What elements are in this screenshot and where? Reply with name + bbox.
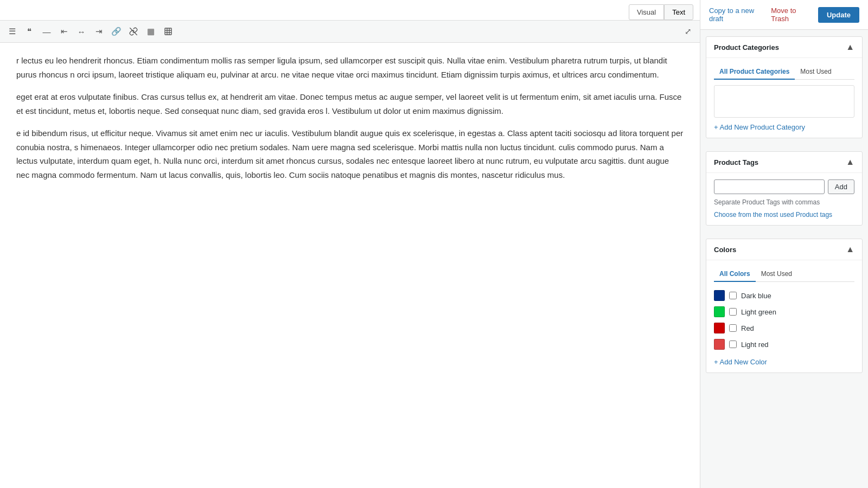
color-label-2: Red	[741, 324, 754, 332]
colors-body: All Colors Most Used Dark blue Light gre…	[706, 260, 862, 373]
copy-draft-link[interactable]: Copy to a new draft	[709, 7, 764, 23]
color-checkbox-0[interactable]	[729, 292, 737, 299]
product-categories-body: All Product Categories Most Used + Add N…	[706, 58, 862, 138]
product-tags-body: Add Separate Product Tags with commas Ch…	[706, 173, 862, 225]
content-paragraph-2: eget erat at eros vulputate finibus. Cra…	[16, 90, 684, 118]
move-trash-link[interactable]: Move to Trash	[771, 7, 812, 23]
product-categories-tabs: All Product Categories Most Used	[714, 65, 854, 80]
color-swatch-0	[714, 290, 725, 301]
choose-tags-link[interactable]: Choose from the most used Product tags	[714, 211, 832, 219]
align-left-icon[interactable]: ⇤	[56, 24, 72, 39]
tab-all-colors[interactable]: All Colors	[714, 267, 756, 282]
link-icon[interactable]: 🔗	[108, 24, 124, 39]
product-categories-title: Product Categories	[714, 43, 779, 52]
product-categories-panel: Product Categories ▲ All Product Categor…	[706, 36, 863, 138]
colors-header: Colors ▲	[706, 239, 862, 260]
quote-icon[interactable]: ❝	[22, 24, 37, 39]
colors-tabs: All Colors Most Used	[714, 267, 854, 282]
color-checkbox-2[interactable]	[729, 324, 737, 332]
product-tags-header: Product Tags ▲	[706, 152, 862, 173]
svg-rect-1	[165, 28, 171, 35]
add-tag-button[interactable]: Add	[828, 179, 854, 194]
colors-title: Colors	[714, 246, 736, 254]
unlink-icon[interactable]	[126, 24, 141, 39]
sidebar-top: Copy to a new draft Move to Trash Update	[700, 0, 868, 30]
tab-most-used-colors[interactable]: Most Used	[756, 267, 797, 282]
content-paragraph-3: e id bibendum risus, ut efficitur neque.…	[16, 126, 684, 182]
expand-icon[interactable]: ⤢	[680, 24, 695, 39]
content-paragraph-1: r lectus eu leo hendrerit rhoncus. Etiam…	[16, 54, 684, 81]
block-icon[interactable]: ▦	[143, 24, 158, 39]
product-tags-panel: Product Tags ▲ Add Separate Product Tags…	[706, 151, 863, 226]
editor-tabs: Visual Text	[0, 0, 700, 21]
color-label-1: Light green	[741, 308, 776, 316]
color-swatch-3	[714, 339, 725, 350]
list-icon[interactable]: ☰	[4, 24, 20, 39]
editor-toolbar: ☰ ❝ — ⇤ ↔ ⇥ 🔗 ▦ ⤢	[0, 21, 700, 43]
categories-list	[714, 85, 854, 118]
color-label-3: Light red	[741, 341, 769, 349]
color-checkbox-1[interactable]	[729, 308, 737, 316]
align-center-icon[interactable]: ↔	[74, 24, 89, 39]
color-row: Light red	[714, 336, 854, 352]
colors-toggle[interactable]: ▲	[846, 245, 854, 254]
tags-input[interactable]	[714, 179, 825, 194]
align-right-icon[interactable]: ⇥	[91, 24, 106, 39]
hr-icon[interactable]: —	[39, 24, 54, 39]
color-row: Dark blue	[714, 287, 854, 304]
product-categories-header: Product Categories ▲	[706, 37, 862, 58]
editor-content[interactable]: r lectus eu leo hendrerit rhoncus. Etiam…	[0, 43, 700, 488]
add-new-category-link[interactable]: + Add New Product Category	[714, 123, 805, 131]
color-label-0: Dark blue	[741, 292, 771, 300]
color-swatch-1	[714, 306, 725, 317]
colors-list: Dark blue Light green Red Light red	[714, 287, 854, 352]
product-tags-title: Product Tags	[714, 158, 758, 166]
product-categories-toggle[interactable]: ▲	[846, 42, 854, 52]
table-icon[interactable]	[161, 24, 176, 39]
tab-most-used-categories[interactable]: Most Used	[795, 65, 837, 80]
color-checkbox-3[interactable]	[729, 341, 737, 348]
tab-text[interactable]: Text	[664, 4, 693, 20]
colors-panel: Colors ▲ All Colors Most Used Dark blue …	[706, 239, 863, 373]
tab-visual[interactable]: Visual	[629, 4, 664, 20]
sidebar: Copy to a new draft Move to Trash Update…	[700, 0, 868, 488]
tags-input-row: Add	[714, 179, 854, 194]
color-row: Red	[714, 320, 854, 336]
update-button[interactable]: Update	[818, 7, 859, 23]
add-new-color-link[interactable]: + Add New Color	[714, 358, 854, 366]
tags-hint: Separate Product Tags with commas	[714, 198, 854, 206]
editor-area: Visual Text ☰ ❝ — ⇤ ↔ ⇥ 🔗 ▦ ⤢ r lectus e…	[0, 0, 700, 488]
color-swatch-2	[714, 323, 725, 333]
color-row: Light green	[714, 304, 854, 320]
tab-all-categories[interactable]: All Product Categories	[714, 65, 795, 80]
product-tags-toggle[interactable]: ▲	[846, 157, 854, 167]
